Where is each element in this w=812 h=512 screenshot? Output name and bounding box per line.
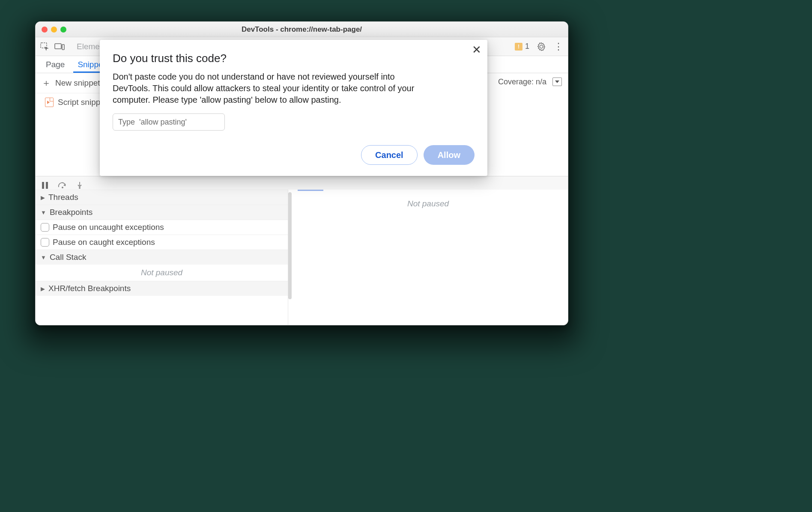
breakpoints-section[interactable]: ▼Breakpoints	[36, 205, 288, 220]
zoom-window-button[interactable]	[60, 27, 66, 33]
allow-button[interactable]: Allow	[424, 145, 475, 165]
step-over-icon[interactable]	[58, 182, 67, 189]
svg-rect-3	[42, 182, 44, 189]
call-stack-label: Call Stack	[50, 253, 87, 262]
subtab-page[interactable]: Page	[42, 57, 69, 73]
scope-not-paused: Not paused	[288, 199, 568, 208]
warning-icon: !	[515, 43, 522, 51]
pause-icon[interactable]	[42, 182, 48, 189]
threads-label: Threads	[48, 193, 78, 202]
inspect-element-icon[interactable]	[40, 42, 50, 52]
new-snippet-label: New snippet	[55, 78, 100, 88]
svg-rect-1	[55, 44, 61, 49]
call-stack-not-paused: Not paused	[36, 265, 288, 281]
close-icon[interactable]: ✕	[472, 44, 481, 55]
svg-point-6	[79, 187, 81, 189]
gear-icon[interactable]	[536, 42, 546, 52]
threads-section[interactable]: ▶Threads	[36, 190, 288, 205]
cancel-button[interactable]: Cancel	[361, 145, 418, 165]
warning-count: 1	[525, 42, 529, 51]
device-toolbar-icon[interactable]	[54, 42, 65, 52]
close-window-button[interactable]	[42, 27, 48, 33]
trust-code-dialog: ✕ Do you trust this code? Don't paste co…	[100, 40, 487, 176]
watch-tab-indicator	[298, 190, 323, 191]
window-titlebar: DevTools - chrome://new-tab-page/	[36, 22, 568, 37]
minimize-window-button[interactable]	[51, 27, 57, 33]
step-into-icon[interactable]	[77, 182, 83, 189]
window-title: DevTools - chrome://new-tab-page/	[36, 25, 568, 34]
debugger-panes: ▶Threads ▼Breakpoints Pause on uncaught …	[36, 190, 568, 325]
svg-rect-2	[62, 45, 64, 50]
xhr-breakpoints-label: XHR/fetch Breakpoints	[48, 284, 131, 293]
warnings-badge[interactable]: ! 1	[515, 42, 529, 51]
xhr-breakpoints-section[interactable]: ▶XHR/fetch Breakpoints	[36, 281, 288, 296]
checkbox-icon[interactable]	[41, 238, 49, 247]
dialog-body: Don't paste code you do not understand o…	[113, 71, 430, 106]
allow-pasting-input[interactable]	[113, 113, 225, 131]
breakpoints-label: Breakpoints	[50, 208, 93, 217]
kebab-menu-icon[interactable]: ⋮	[553, 42, 564, 52]
call-stack-section[interactable]: ▼Call Stack	[36, 250, 288, 265]
pause-uncaught-label: Pause on uncaught exceptions	[53, 223, 164, 232]
traffic-lights	[42, 27, 66, 33]
plus-icon: ＋	[42, 77, 51, 89]
svg-point-5	[62, 187, 63, 188]
checkbox-icon[interactable]	[41, 223, 49, 232]
svg-rect-4	[46, 182, 48, 189]
pause-uncaught-row[interactable]: Pause on uncaught exceptions	[36, 220, 288, 235]
coverage-dropdown-icon[interactable]	[552, 77, 562, 86]
pause-caught-label: Pause on caught exceptions	[53, 238, 155, 247]
coverage-label: Coverage: n/a	[498, 77, 546, 86]
pause-caught-row[interactable]: Pause on caught exceptions	[36, 235, 288, 250]
devtools-window: DevTools - chrome://new-tab-page/ Elemen…	[35, 21, 568, 325]
dialog-title: Do you trust this code?	[113, 52, 475, 65]
snippet-file-icon	[45, 98, 54, 107]
